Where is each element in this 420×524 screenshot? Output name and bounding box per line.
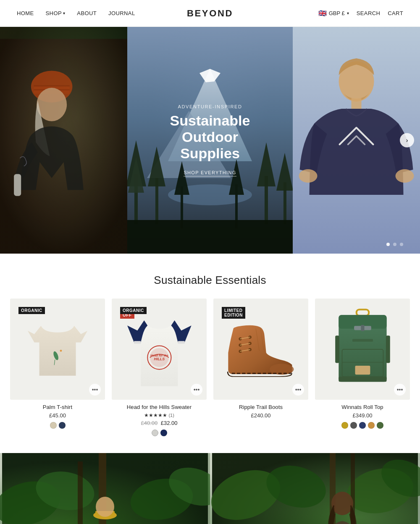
product-stars: ★★★★★ (1) [112, 412, 207, 418]
svg-rect-71 [339, 377, 386, 382]
svg-point-29 [299, 169, 317, 183]
hero-dots [386, 243, 403, 246]
star-count: (1) [168, 413, 174, 418]
product-name: Head for the Hills Sweater [112, 404, 207, 410]
svg-rect-28 [351, 98, 361, 109]
hero-panel-center: ADVENTURE-INSPIRED Sustainable Outdoor S… [127, 27, 293, 254]
swatch-navy[interactable] [160, 430, 167, 436]
nav-journal[interactable]: JOURNAL [108, 10, 135, 16]
cart-link[interactable]: CART [388, 10, 403, 16]
svg-rect-52 [247, 372, 250, 374]
product-image-wrap: ORGANIC ••• [10, 299, 105, 400]
navbar: HOME SHOP ▾ ABOUT JOURNAL BEYOND 🇬🇧 GBP … [0, 0, 420, 27]
svg-rect-50 [236, 372, 240, 374]
hero-dot-3[interactable] [400, 243, 403, 246]
nav-about[interactable]: ABOUT [77, 10, 97, 16]
swatch-charcoal[interactable] [350, 422, 357, 429]
svg-rect-58 [278, 372, 281, 374]
color-swatches [10, 422, 105, 429]
svg-rect-60 [289, 372, 292, 374]
product-name: Ripple Trail Boots [213, 404, 308, 410]
site-logo: BEYOND [187, 8, 233, 19]
original-price: £40.00 [141, 420, 158, 426]
woman-figure [210, 453, 420, 524]
svg-rect-65 [361, 325, 364, 331]
currency-selector[interactable]: 🇬🇧 GBP £ ▾ [318, 9, 349, 17]
product-card-hills-sweater[interactable]: 20% OFF ORGANIC [112, 299, 207, 436]
swatch-sand[interactable] [50, 422, 57, 429]
boot-illustration [223, 313, 299, 386]
product-price: £349.00 [315, 412, 410, 419]
hero-figure-left [0, 27, 127, 254]
bottom-panel-right[interactable] [210, 453, 420, 524]
currency-label: GBP £ [329, 10, 345, 16]
product-image-wrap: LIMITED EDITION [213, 299, 308, 400]
flag-icon: 🇬🇧 [318, 9, 327, 17]
svg-rect-56 [268, 372, 271, 374]
hero-next-button[interactable]: › [400, 133, 414, 147]
color-swatches [315, 422, 410, 429]
svg-rect-68 [355, 366, 370, 375]
hero-subtitle: ADVENTURE-INSPIRED [160, 104, 260, 109]
product-image-wrap: 20% OFF ORGANIC [112, 299, 207, 400]
hero-dot-2[interactable] [393, 243, 396, 246]
nav-home[interactable]: HOME [17, 10, 34, 16]
svg-point-30 [395, 169, 414, 183]
hero-title: Sustainable Outdoor Supplies [160, 113, 260, 162]
product-card-palm-tshirt[interactable]: ORGANIC ••• Palm T-shirt £45.00 [10, 299, 105, 436]
hero-dot-1[interactable] [386, 243, 390, 246]
hero-cta-link[interactable]: SHOP EVERYTHING [184, 170, 236, 177]
product-name: Winnats Roll Top [315, 404, 410, 410]
bottom-panels [0, 453, 420, 524]
badge-organic: ORGANIC [120, 307, 147, 314]
product-price: £40.00 £32.00 [112, 420, 207, 426]
product-menu-button[interactable]: ••• [89, 384, 101, 396]
svg-rect-37 [134, 341, 141, 343]
swatch-navy[interactable] [59, 422, 66, 429]
svg-rect-70 [386, 335, 390, 363]
svg-rect-66 [352, 339, 373, 342]
tshirt-illustration [24, 314, 91, 385]
product-price: £240.00 [213, 412, 308, 419]
product-image-wrap: ••• [315, 299, 410, 400]
nav-shop[interactable]: SHOP ▾ [46, 10, 66, 16]
product-name: Palm T-shirt [10, 404, 105, 410]
nav-left: HOME SHOP ▾ ABOUT JOURNAL [17, 10, 135, 16]
svg-rect-53 [252, 372, 255, 374]
product-card-ripple-boots[interactable]: LIMITED EDITION [213, 299, 308, 436]
section-title: Sustainable Essentials [0, 254, 420, 299]
svg-point-89 [331, 492, 353, 515]
products-grid: ORGANIC ••• Palm T-shirt £45.00 [0, 299, 420, 453]
bottom-panel-left[interactable] [0, 453, 210, 524]
swatch-tan[interactable] [368, 422, 375, 429]
swatch-yellow[interactable] [341, 422, 348, 429]
sale-price: £32.00 [161, 420, 178, 426]
svg-rect-38 [178, 341, 184, 343]
hero-section: ADVENTURE-INSPIRED Sustainable Outdoor S… [0, 27, 420, 254]
swatch-grey[interactable] [152, 430, 158, 436]
badge-organic: ORGANIC [18, 307, 45, 314]
nav-right: 🇬🇧 GBP £ ▾ SEARCH CART [318, 9, 403, 17]
product-menu-button[interactable]: ••• [394, 384, 406, 396]
svg-rect-57 [273, 372, 276, 374]
sweater-illustration: Head for the HILLS [125, 309, 194, 390]
chevron-right-icon: › [406, 137, 408, 144]
svg-rect-54 [257, 372, 261, 374]
swatch-navy[interactable] [359, 422, 366, 429]
svg-point-32 [60, 350, 62, 352]
product-menu-button[interactable]: ••• [191, 384, 202, 396]
product-card-winnats-roll-top[interactable]: ••• Winnats Roll Top £349.00 [315, 299, 410, 436]
svg-text:HILLS: HILLS [154, 357, 165, 361]
svg-rect-6 [14, 174, 21, 196]
man-figure [0, 453, 210, 524]
svg-rect-61 [356, 309, 368, 316]
product-menu-button[interactable]: ••• [292, 384, 304, 396]
svg-rect-49 [231, 372, 235, 374]
chevron-down-icon: ▾ [63, 11, 65, 16]
swatch-green[interactable] [377, 422, 383, 429]
backpack-illustration [332, 308, 394, 391]
search-link[interactable]: SEARCH [357, 10, 381, 16]
svg-rect-55 [262, 372, 266, 374]
hero-panel-left [0, 27, 127, 254]
badge-limited: LIMITED EDITION [222, 307, 245, 319]
